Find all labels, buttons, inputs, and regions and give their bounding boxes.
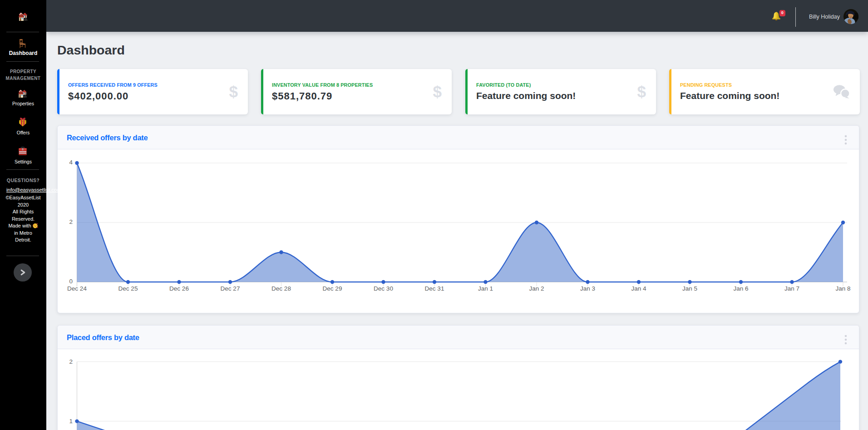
svg-text:Jan 3: Jan 3 <box>580 285 595 292</box>
svg-text:2: 2 <box>69 218 73 225</box>
svg-text:1: 1 <box>69 418 73 425</box>
svg-text:0: 0 <box>69 278 73 285</box>
svg-text:Jan 6: Jan 6 <box>733 285 748 292</box>
svg-text:Jan 5: Jan 5 <box>682 285 697 292</box>
svg-text:Jan 1: Jan 1 <box>478 285 493 292</box>
svg-text:Jan 8: Jan 8 <box>835 285 850 292</box>
svg-text:Dec 25: Dec 25 <box>118 285 138 292</box>
svg-text:Jan 7: Jan 7 <box>784 285 799 292</box>
svg-text:Dec 28: Dec 28 <box>271 285 291 292</box>
svg-text:Dec 29: Dec 29 <box>323 285 342 292</box>
svg-text:4: 4 <box>69 159 73 166</box>
svg-text:Dec 24: Dec 24 <box>67 285 87 292</box>
svg-text:Jan 4: Jan 4 <box>631 285 646 292</box>
svg-text:Dec 30: Dec 30 <box>374 285 393 292</box>
svg-text:2: 2 <box>69 358 73 365</box>
svg-text:Dec 31: Dec 31 <box>425 285 444 292</box>
svg-text:Dec 26: Dec 26 <box>169 285 189 292</box>
svg-text:Dec 27: Dec 27 <box>221 285 240 292</box>
svg-text:Jan 2: Jan 2 <box>529 285 544 292</box>
